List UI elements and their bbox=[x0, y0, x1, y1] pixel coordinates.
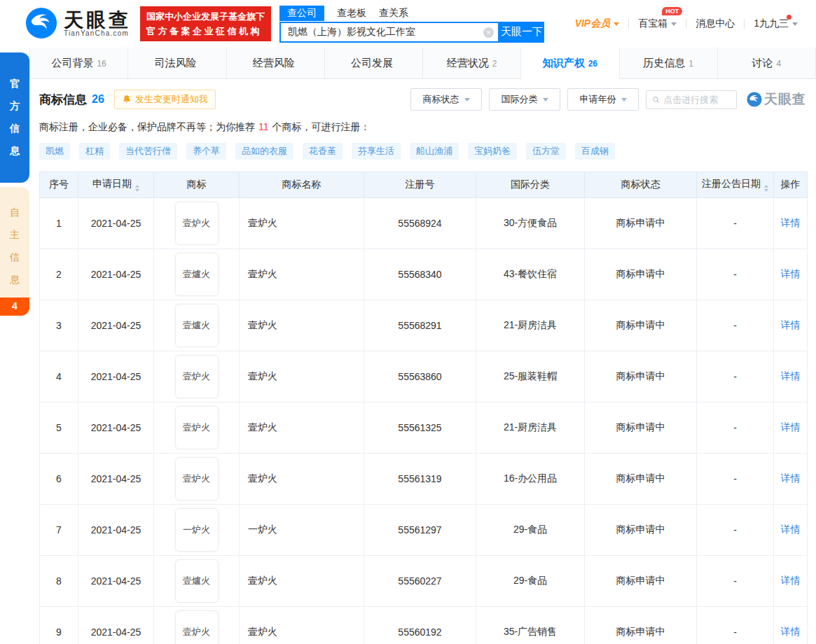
filter-label: 申请年份 bbox=[580, 93, 616, 106]
notify-on-change-button[interactable]: 发生变更时通知我 bbox=[114, 90, 216, 109]
nav-tab[interactable]: 公司背景 16 bbox=[30, 48, 128, 79]
sort-icon[interactable] bbox=[135, 185, 139, 192]
filter-label: 商标状态 bbox=[423, 93, 459, 106]
trademark-image[interactable]: 壹炉火 bbox=[175, 457, 219, 500]
toolbox-menu-item[interactable]: HOT 百宝箱 bbox=[638, 18, 677, 30]
column-title: 国际分类 bbox=[511, 178, 550, 190]
trademark-tag[interactable]: 宝妈奶爸 bbox=[468, 143, 517, 160]
nav-tab[interactable]: 司法风险 bbox=[128, 48, 226, 79]
detail-link[interactable]: 详情 bbox=[781, 575, 801, 586]
user-menu-item[interactable]: 1九九三 bbox=[754, 18, 798, 30]
search-tab[interactable]: 查公司 bbox=[279, 6, 324, 21]
tianyancha-logo[interactable]: 天眼查 TianYanCha.com bbox=[25, 7, 131, 41]
nav-tab[interactable]: 经营风险 bbox=[227, 48, 325, 79]
trademark-image[interactable]: 壹爐火 bbox=[175, 559, 219, 603]
nav-tab-count: 2 bbox=[492, 59, 497, 69]
cell-trademark-name: 壹炉火 bbox=[240, 607, 364, 644]
top-menu: VIP会员 HOT 百宝箱 消息中心 1九九三 bbox=[575, 18, 798, 30]
filter-dropdown[interactable]: 申请年份 bbox=[567, 88, 639, 111]
side-tab-self-info[interactable]: 自主信息 4 bbox=[0, 187, 29, 316]
cell-index: 1 bbox=[40, 198, 78, 249]
cell-international-class: 29-食品 bbox=[476, 505, 585, 556]
table-row: 2 2021-04-25 壹爐火 壹炉火 55568340 43-餐饮住宿 商标… bbox=[40, 249, 808, 300]
cell-notice-date: - bbox=[697, 300, 774, 351]
chevron-down-icon bbox=[464, 98, 470, 104]
cell-application-date: 2021-04-25 bbox=[78, 454, 154, 505]
trademark-image[interactable]: 壹炉火 bbox=[175, 406, 219, 449]
cell-application-date: 2021-04-25 bbox=[78, 607, 154, 644]
detail-link[interactable]: 详情 bbox=[781, 472, 801, 484]
chevron-down-icon bbox=[614, 22, 619, 29]
cell-trademark-image: 壹炉火 bbox=[154, 607, 240, 644]
cell-registration-number: 55560192 bbox=[364, 607, 476, 644]
vip-menu-item[interactable]: VIP会员 bbox=[575, 18, 620, 30]
table-row: 8 2021-04-25 壹爐火 壹炉火 55560227 29-食品 商标申请… bbox=[40, 556, 808, 607]
trademark-tag[interactable]: 当代苦行僧 bbox=[119, 143, 177, 160]
cell-trademark-name: 壹炉火 bbox=[240, 556, 364, 607]
cell-trademark-status: 商标申请中 bbox=[585, 198, 697, 249]
cell-registration-number: 55563860 bbox=[364, 351, 476, 402]
nav-tab-label: 历史信息 bbox=[643, 57, 685, 70]
section-nav: 公司背景 16 司法风险 经营风险 公司发展 经营状况 2 知识产权 26 历史… bbox=[29, 48, 816, 79]
detail-link[interactable]: 详情 bbox=[781, 268, 801, 279]
column-title: 注册公告日期 bbox=[702, 178, 761, 189]
detail-link[interactable]: 详情 bbox=[781, 524, 801, 535]
detail-link[interactable]: 详情 bbox=[781, 421, 801, 433]
cell-action: 详情 bbox=[774, 198, 808, 249]
trademark-tag[interactable]: 船山渔浦 bbox=[410, 143, 459, 160]
search-area: 查公司 查老板 查关系 × 天眼一下 bbox=[279, 6, 544, 43]
side-tab-official-label: 官方信息 bbox=[9, 72, 20, 162]
filter-dropdown[interactable]: 国际分类 bbox=[489, 88, 560, 111]
trademark-image[interactable]: 壹爐火 bbox=[175, 253, 219, 296]
trademark-tag[interactable]: 杠精 bbox=[79, 143, 110, 160]
trademark-tag[interactable]: 伍方堂 bbox=[526, 143, 566, 160]
table-search-box[interactable] bbox=[646, 90, 737, 109]
nav-tab[interactable]: 经营状况 2 bbox=[423, 48, 521, 79]
main-content: 商标信息 26 发生变更时通知我 商标状态 国际分类 bbox=[29, 88, 816, 644]
company-search-input[interactable] bbox=[279, 22, 499, 43]
trademark-table: 序号 申请日期 商标 商标名称 注册号 bbox=[39, 172, 808, 644]
column-title: 商标状态 bbox=[621, 178, 661, 190]
nav-tab[interactable]: 知识产权 26 bbox=[521, 48, 619, 79]
trademark-image[interactable]: 壹炉火 bbox=[175, 202, 219, 245]
detail-link[interactable]: 详情 bbox=[781, 217, 801, 228]
detail-link[interactable]: 详情 bbox=[781, 626, 801, 637]
message-center-menu-item[interactable]: 消息中心 bbox=[696, 18, 735, 30]
trademark-tag[interactable]: 芬享生活 bbox=[352, 143, 401, 160]
nav-tab[interactable]: 讨论 4 bbox=[718, 48, 816, 79]
table-search-input[interactable] bbox=[663, 94, 731, 105]
chevron-down-icon bbox=[792, 22, 798, 29]
search-tab[interactable]: 查关系 bbox=[379, 6, 408, 21]
search-button[interactable]: 天眼一下 bbox=[499, 22, 544, 43]
trademark-image[interactable]: 壹炉火 bbox=[175, 610, 219, 644]
trademark-image[interactable]: 一炉火 bbox=[175, 508, 219, 552]
side-tab-official-info[interactable]: 官方信息 bbox=[0, 52, 29, 183]
trademark-image[interactable]: 壹炉火 bbox=[175, 355, 219, 398]
recommendation-text: 商标注册，企业必备，保护品牌不再等；为你推荐11个商标，可进行注册： bbox=[39, 121, 806, 134]
trademark-tag[interactable]: 百成钢 bbox=[575, 143, 615, 160]
cell-trademark-image: 壹炉火 bbox=[154, 351, 240, 402]
trademark-tag[interactable]: 养个草 bbox=[186, 143, 226, 160]
side-tab-self-label: 自主信息 bbox=[9, 187, 20, 298]
cell-application-date: 2021-04-25 bbox=[78, 351, 154, 402]
trademark-tag[interactable]: 品如的衣服 bbox=[235, 143, 293, 160]
search-tab[interactable]: 查老板 bbox=[337, 6, 366, 21]
cell-index: 9 bbox=[40, 607, 78, 644]
detail-link[interactable]: 详情 bbox=[781, 319, 801, 330]
nav-tab[interactable]: 公司发展 bbox=[325, 48, 423, 79]
nav-tab-label: 知识产权 bbox=[543, 57, 585, 70]
column-title: 商标 bbox=[187, 178, 207, 190]
sort-icon[interactable] bbox=[764, 185, 768, 192]
nav-tab[interactable]: 历史信息 1 bbox=[620, 48, 718, 79]
clear-search-icon[interactable]: × bbox=[483, 27, 494, 38]
trademark-image[interactable]: 壹爐火 bbox=[175, 304, 219, 347]
detail-link[interactable]: 详情 bbox=[781, 370, 801, 382]
cell-index: 8 bbox=[40, 556, 78, 607]
trademark-tag[interactable]: 花香堇 bbox=[303, 143, 343, 160]
cell-action: 详情 bbox=[774, 607, 808, 644]
filter-dropdown[interactable]: 商标状态 bbox=[410, 88, 482, 111]
trademark-tag[interactable]: 凯燃 bbox=[39, 143, 70, 160]
column-title: 申请日期 bbox=[92, 178, 132, 189]
vip-label: VIP会员 bbox=[575, 18, 611, 30]
cell-international-class: 29-食品 bbox=[476, 556, 585, 607]
